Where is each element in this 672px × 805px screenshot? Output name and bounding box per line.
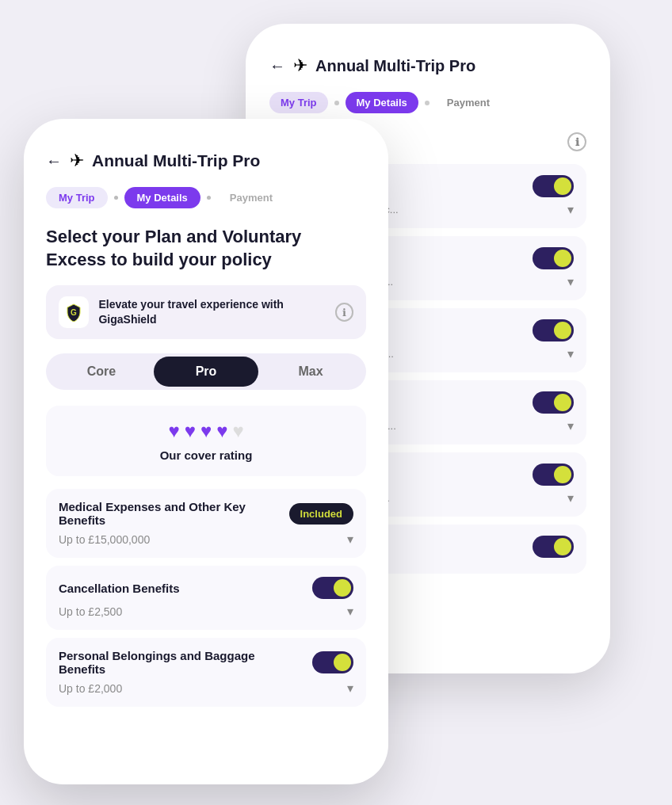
benefit-row-cancellation: Cancellation Benefits Up to £2,500 ▾ bbox=[46, 566, 366, 630]
cancellation-toggle[interactable] bbox=[312, 577, 353, 599]
back-toggle-3-knob bbox=[554, 322, 571, 339]
step-dot-1 bbox=[334, 101, 339, 105]
back-row-1-chevron: ▾ bbox=[567, 202, 574, 217]
back-toggle-6[interactable] bbox=[533, 536, 574, 558]
heart-2: ♥ bbox=[185, 420, 196, 442]
benefit-medical-chevron[interactable]: ▾ bbox=[347, 532, 353, 547]
giga-left: G Elevate your travel experience with Gi… bbox=[59, 296, 335, 328]
back-policy-info-icon[interactable]: ℹ bbox=[567, 132, 586, 151]
back-plane-icon: ✈ bbox=[293, 55, 307, 76]
front-step-dot-1 bbox=[114, 196, 118, 200]
giga-info-icon[interactable]: ℹ bbox=[335, 303, 353, 322]
plan-tab-core[interactable]: Core bbox=[49, 357, 154, 387]
plan-tab-max[interactable]: Max bbox=[258, 357, 363, 387]
back-header: ← ✈ Annual Multi-Trip Pro bbox=[269, 55, 586, 76]
front-title: Annual Multi-Trip Pro bbox=[92, 151, 260, 170]
back-row-5-chevron: ▾ bbox=[567, 490, 574, 506]
benefit-medical-amount: Up to £15,000,000 ▾ bbox=[59, 532, 353, 547]
back-toggle-1-knob bbox=[554, 177, 571, 195]
step-dot-2 bbox=[425, 101, 430, 105]
back-toggle-1[interactable] bbox=[533, 175, 574, 197]
back-step-mytrip[interactable]: My Trip bbox=[269, 92, 328, 113]
back-step-payment[interactable]: Payment bbox=[436, 92, 501, 113]
plan-tabs: Core Pro Max bbox=[46, 353, 366, 390]
giga-text: Elevate your travel experience with Giga… bbox=[98, 297, 334, 328]
heart-3: ♥ bbox=[200, 420, 212, 442]
benefit-belongings-top: Personal Belongings and Baggage Benefits bbox=[59, 649, 353, 676]
belongings-toggle-knob bbox=[334, 654, 351, 671]
back-toggle-5-knob bbox=[554, 466, 571, 483]
heart-5: ♥ bbox=[232, 420, 243, 442]
front-header: ← ✈ Annual Multi-Trip Pro bbox=[46, 151, 366, 171]
back-toggle-3[interactable] bbox=[533, 319, 574, 341]
main-heading: Select your Plan and Voluntary Excess to… bbox=[46, 226, 366, 271]
back-toggle-4-knob bbox=[554, 394, 571, 411]
back-row-4-chevron: ▾ bbox=[567, 418, 574, 433]
cover-rating-label: Our cover rating bbox=[60, 448, 352, 462]
back-toggle-2[interactable] bbox=[533, 247, 574, 269]
back-arrow-icon[interactable]: ← bbox=[269, 57, 285, 75]
benefit-cancellation-chevron[interactable]: ▾ bbox=[347, 604, 353, 619]
belongings-toggle[interactable] bbox=[312, 651, 353, 673]
included-badge: Included bbox=[289, 503, 353, 525]
back-toggle-4[interactable] bbox=[533, 391, 574, 414]
benefit-medical-title: Medical Expenses and Other Key Benefits bbox=[59, 500, 289, 527]
benefit-belongings-chevron[interactable]: ▾ bbox=[347, 681, 353, 696]
svg-text:G: G bbox=[71, 308, 77, 317]
benefit-row-belongings: Personal Belongings and Baggage Benefits… bbox=[46, 638, 366, 707]
heart-1: ♥ bbox=[168, 420, 179, 442]
gigashield-icon: G bbox=[59, 296, 89, 328]
plan-tab-pro[interactable]: Pro bbox=[154, 357, 258, 387]
cancellation-toggle-knob bbox=[334, 579, 351, 597]
benefit-cancellation-title: Cancellation Benefits bbox=[59, 582, 312, 595]
benefit-cancellation-amount: Up to £2,500 ▾ bbox=[59, 604, 353, 619]
phone-front: ← ✈ Annual Multi-Trip Pro My Trip My Det… bbox=[24, 119, 388, 784]
benefit-medical-top: Medical Expenses and Other Key Benefits … bbox=[59, 500, 353, 527]
cover-rating-box: ♥ ♥ ♥ ♥ ♥ Our cover rating bbox=[46, 406, 366, 476]
back-toggle-6-knob bbox=[554, 538, 571, 555]
front-step-mydetails[interactable]: My Details bbox=[124, 187, 200, 208]
benefit-cancellation-top: Cancellation Benefits bbox=[59, 577, 353, 599]
benefit-belongings-amount: Up to £2,000 ▾ bbox=[59, 681, 353, 696]
back-toggle-5[interactable] bbox=[533, 464, 574, 486]
back-toggle-2-knob bbox=[554, 250, 571, 267]
benefit-row-medical: Medical Expenses and Other Key Benefits … bbox=[46, 489, 366, 558]
back-step-mydetails[interactable]: My Details bbox=[346, 92, 418, 113]
front-steps: My Trip My Details Payment bbox=[46, 187, 366, 208]
back-steps: My Trip My Details Payment bbox=[269, 92, 586, 113]
heart-4: ♥ bbox=[216, 420, 227, 442]
front-step-payment[interactable]: Payment bbox=[217, 187, 285, 208]
back-title: Annual Multi-Trip Pro bbox=[315, 57, 475, 75]
back-row-2-chevron: ▾ bbox=[567, 274, 574, 289]
front-step-dot-2 bbox=[207, 196, 211, 200]
back-row-3-chevron: ▾ bbox=[567, 346, 574, 361]
giga-banner: G Elevate your travel experience with Gi… bbox=[46, 285, 366, 339]
benefit-belongings-title: Personal Belongings and Baggage Benefits bbox=[59, 649, 312, 676]
front-step-mytrip[interactable]: My Trip bbox=[46, 187, 108, 208]
front-back-arrow-icon[interactable]: ← bbox=[46, 152, 62, 170]
hearts-row: ♥ ♥ ♥ ♥ ♥ bbox=[60, 420, 352, 442]
front-plane-icon: ✈ bbox=[70, 151, 84, 171]
